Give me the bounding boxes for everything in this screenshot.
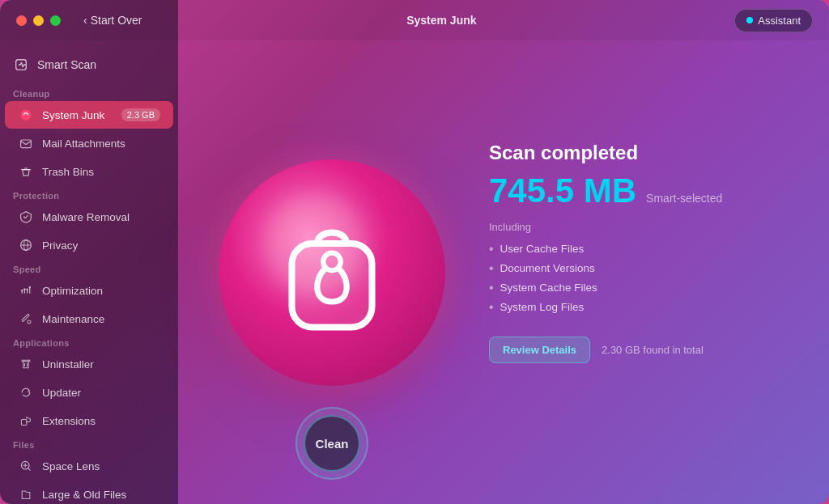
info-panel: Scan completed 745.5 MB Smart-selected I… — [489, 142, 780, 363]
sidebar-item-mail-attachments[interactable]: Mail Attachments — [5, 129, 173, 157]
size-display: 745.5 MB Smart-selected — [489, 174, 780, 208]
assistant-dot-icon — [746, 17, 753, 23]
sidebar-item-updater[interactable]: Updater — [5, 379, 173, 406]
malware-removal-icon — [18, 209, 34, 225]
assistant-label: Assistant — [758, 15, 801, 27]
large-old-files-icon — [18, 486, 34, 502]
section-label-files: Files — [0, 435, 178, 451]
title-bar: ‹ Start Over System Junk Assistant — [0, 0, 829, 40]
mail-attachments-icon — [18, 135, 34, 151]
sidebar-item-trash-bins[interactable]: Trash Bins — [5, 158, 173, 185]
svg-rect-2 — [21, 140, 32, 148]
uninstaller-icon — [18, 356, 34, 372]
svg-rect-13 — [292, 244, 372, 328]
list-item: System Cache Files — [489, 278, 780, 298]
svg-point-7 — [26, 289, 28, 290]
review-details-button[interactable]: Review Details — [489, 337, 590, 363]
including-label: Including — [489, 221, 780, 233]
sidebar-item-extensions[interactable]: Extensions — [5, 407, 173, 434]
updater-icon — [18, 384, 34, 400]
mail-attachments-label: Mail Attachments — [42, 138, 125, 150]
sidebar-item-uninstaller[interactable]: Uninstaller — [5, 350, 173, 378]
maintenance-label: Maintenance — [42, 313, 104, 325]
smart-scan-label: Smart Scan — [37, 58, 96, 71]
sidebar-item-optimization[interactable]: Optimization — [5, 277, 173, 304]
file-list: User Cache Files Document Versions Syste… — [489, 239, 780, 317]
sidebar-item-privacy[interactable]: Privacy — [5, 231, 173, 259]
sidebar-item-system-junk[interactable]: System Junk 2.3 GB — [5, 101, 173, 129]
privacy-icon — [18, 237, 34, 253]
maximize-button[interactable] — [50, 15, 61, 26]
sidebar-item-malware-removal[interactable]: Malware Removal — [5, 203, 173, 231]
sidebar-item-smart-scan[interactable]: Smart Scan — [0, 49, 178, 84]
clean-button-container: Clean — [295, 407, 368, 480]
svg-point-6 — [23, 288, 25, 290]
space-lens-label: Space Lens — [42, 460, 100, 472]
chevron-left-icon: ‹ — [83, 14, 87, 27]
trash-bins-label: Trash Bins — [42, 166, 94, 178]
found-total-label: 2.30 GB found in total — [602, 344, 704, 356]
size-number: 745.5 MB — [489, 174, 636, 208]
privacy-label: Privacy — [42, 239, 78, 252]
sidebar: Smart Scan Cleanup System Junk 2.3 GB Ma… — [0, 0, 178, 504]
space-lens-icon — [18, 458, 34, 474]
app-logo — [219, 159, 445, 386]
sidebar-item-large-old-files[interactable]: Large & Old Files — [5, 481, 173, 504]
minimize-button[interactable] — [33, 15, 44, 26]
malware-removal-label: Malware Removal — [42, 211, 130, 223]
start-over-label: Start Over — [91, 14, 142, 27]
logo-svg — [259, 200, 405, 345]
extensions-icon — [18, 413, 34, 429]
svg-point-5 — [21, 290, 23, 291]
trash-bins-icon — [18, 163, 34, 180]
system-junk-label: System Junk — [42, 109, 104, 121]
traffic-lights — [16, 15, 61, 26]
optimization-label: Optimization — [42, 285, 103, 297]
window-title: System Junk — [148, 14, 734, 27]
maintenance-icon — [18, 311, 34, 327]
list-item: User Cache Files — [489, 239, 780, 259]
svg-point-9 — [28, 320, 31, 324]
section-label-applications: Applications — [0, 333, 178, 349]
uninstaller-label: Uninstaller — [42, 358, 94, 371]
updater-label: Updater — [42, 387, 81, 399]
list-item: System Log Files — [489, 298, 780, 317]
start-over-button[interactable]: ‹ Start Over — [77, 11, 148, 30]
svg-rect-10 — [21, 419, 26, 425]
assistant-button[interactable]: Assistant — [734, 9, 813, 32]
clean-button-outer[interactable]: Clean — [295, 407, 368, 480]
extensions-label: Extensions — [42, 415, 96, 427]
section-label-cleanup: Cleanup — [0, 84, 178, 100]
review-row: Review Details 2.30 GB found in total — [489, 337, 780, 363]
section-label-protection: Protection — [0, 186, 178, 202]
close-button[interactable] — [16, 15, 27, 26]
svg-point-14 — [323, 252, 341, 270]
optimization-icon — [18, 282, 34, 299]
system-junk-icon — [18, 107, 34, 123]
large-old-files-label: Large & Old Files — [42, 489, 126, 501]
clean-button[interactable]: Clean — [304, 415, 360, 472]
system-junk-badge: 2.3 GB — [121, 108, 160, 121]
svg-point-1 — [21, 110, 32, 121]
app-window: ‹ Start Over System Junk Assistant Smart… — [0, 0, 829, 504]
sidebar-item-space-lens[interactable]: Space Lens — [5, 452, 173, 480]
sidebar-item-maintenance[interactable]: Maintenance — [5, 305, 173, 332]
smart-scan-icon — [13, 57, 29, 73]
smart-selected-label: Smart-selected — [646, 192, 722, 205]
section-label-speed: Speed — [0, 260, 178, 276]
scan-completed-title: Scan completed — [489, 142, 780, 164]
list-item: Document Versions — [489, 259, 780, 278]
svg-point-8 — [29, 286, 31, 288]
